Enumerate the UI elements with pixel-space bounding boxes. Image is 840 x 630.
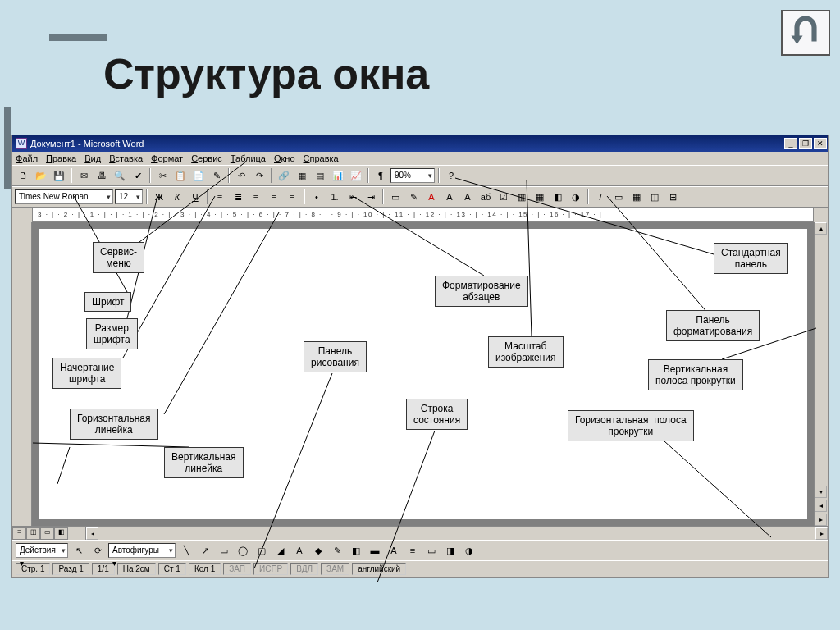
tables-icon[interactable]: ▦ — [294, 167, 310, 184]
fill-icon[interactable]: ✎ — [329, 542, 345, 559]
menu-window[interactable]: Окно — [274, 153, 295, 163]
wordart-icon[interactable]: ◢ — [272, 542, 289, 559]
mail-icon[interactable]: ✉ — [75, 167, 92, 184]
line-tool-icon[interactable]: / — [592, 189, 609, 205]
prev-page-icon[interactable]: ◂ — [815, 500, 827, 512]
shade-icon[interactable]: ◧ — [550, 189, 566, 205]
font-size-combo[interactable]: 12 — [115, 189, 143, 204]
copy-icon[interactable]: 📋 — [172, 167, 189, 184]
redo-icon[interactable]: ↷ — [251, 167, 267, 184]
horizontal-scrollbar[interactable]: ≡ ◫ ▭ ◧ ◂ ▸ — [12, 526, 828, 540]
vertical-ruler[interactable] — [12, 222, 32, 526]
font-combo[interactable]: Times New Roman — [15, 189, 113, 204]
line-icon[interactable]: ╲ — [178, 542, 194, 559]
text-icon[interactable]: A — [291, 542, 308, 559]
rotate-icon[interactable]: ⟳ — [89, 542, 106, 559]
save-icon[interactable]: 💾 — [51, 167, 67, 184]
preview-icon[interactable]: 🔍 — [112, 167, 128, 184]
show-marks-icon[interactable]: ¶ — [372, 167, 389, 184]
oval-icon[interactable]: ◯ — [235, 542, 251, 559]
arrow-style-icon[interactable]: ▭ — [423, 542, 440, 559]
table-insert-icon[interactable]: ▦ — [532, 189, 548, 205]
numbering-icon[interactable]: 1. — [326, 189, 343, 205]
next-page-icon[interactable]: ▸ — [815, 514, 827, 526]
menu-insert[interactable]: Вставка — [109, 153, 143, 163]
menu-file[interactable]: Файл — [16, 153, 38, 163]
clipart-icon[interactable]: ◆ — [310, 542, 326, 559]
menu-edit[interactable]: Правка — [46, 153, 76, 163]
menu-table[interactable]: Таблица — [231, 153, 266, 163]
view-normal-icon[interactable]: ≡ — [12, 527, 26, 540]
underline-button[interactable]: Ч — [187, 189, 203, 205]
spell-icon[interactable]: ✔ — [130, 167, 146, 184]
scroll-left-icon[interactable]: ◂ — [86, 527, 98, 540]
undo-icon[interactable]: ↶ — [233, 167, 249, 184]
split-icon[interactable]: ◫ — [646, 189, 663, 205]
font-color2-icon[interactable]: A — [386, 542, 402, 559]
bold-button[interactable]: Ж — [151, 189, 167, 205]
dash-icon[interactable]: ≡ — [404, 542, 421, 559]
draw-actions[interactable]: Действия ▾ — [16, 543, 68, 558]
scroll-right-icon[interactable]: ▸ — [815, 527, 828, 540]
align-left-icon[interactable]: ≡ — [212, 189, 228, 205]
shadow-icon[interactable]: ◨ — [442, 542, 459, 559]
check-icon[interactable]: ☑ — [495, 189, 512, 205]
insert-table-icon[interactable]: ▤ — [312, 167, 328, 184]
grow-font-icon[interactable]: A — [441, 189, 458, 205]
menu-help[interactable]: Справка — [304, 153, 339, 163]
align-justify-icon[interactable]: ≡ — [266, 189, 282, 205]
menu-format[interactable]: Формат — [151, 153, 183, 163]
grid-tool-icon[interactable]: ▦ — [628, 189, 645, 205]
lang-icon[interactable]: aб — [477, 189, 494, 205]
scroll-down-icon[interactable]: ▾ — [815, 486, 827, 498]
help-icon[interactable]: ? — [443, 167, 459, 184]
textbox-icon[interactable]: ▢ — [253, 542, 270, 559]
rect-tool-icon[interactable]: ▭ — [610, 189, 627, 205]
rect-icon[interactable]: ▭ — [216, 542, 232, 559]
shrink-font-icon[interactable]: A — [459, 189, 476, 205]
font-color-icon[interactable]: A — [423, 189, 440, 205]
align-right-icon[interactable]: ≡ — [248, 189, 264, 205]
zoom-combo[interactable]: 90% — [390, 168, 435, 183]
status-trk: ИСПР — [253, 563, 288, 575]
contrast-icon[interactable]: ◑ — [568, 189, 584, 205]
align-center-icon[interactable]: ≣ — [230, 189, 246, 205]
return-button[interactable] — [781, 10, 830, 56]
line-color-icon[interactable]: ◧ — [348, 542, 364, 559]
columns-icon[interactable]: 📈 — [348, 167, 364, 184]
3d-icon[interactable]: ◑ — [461, 542, 477, 559]
highlight-icon[interactable]: ✎ — [405, 189, 422, 205]
new-icon[interactable]: 🗋 — [15, 167, 31, 184]
table-draw-icon[interactable]: ▥ — [514, 189, 530, 205]
select-arrow-icon[interactable]: ↖ — [71, 542, 87, 559]
align-distribute-icon[interactable]: ≡ — [284, 189, 300, 205]
status-rec: ЗАП — [223, 563, 251, 575]
menu-view[interactable]: Вид — [84, 153, 101, 163]
indent-icon[interactable]: ⇥ — [363, 189, 379, 205]
minimize-button[interactable]: _ — [784, 138, 797, 149]
hyperlink-icon[interactable]: 🔗 — [276, 167, 292, 184]
view-print-icon[interactable]: ▭ — [40, 527, 54, 540]
cut-icon[interactable]: ✂ — [154, 167, 171, 184]
autoshapes-combo[interactable]: Автофигуры ▾ — [108, 543, 176, 558]
horizontal-ruler[interactable]: 3 · | · 2 · | · 1 · | · | · 1 · | · 2 · … — [32, 208, 814, 222]
close-button[interactable]: ✕ — [814, 138, 827, 149]
paste-icon[interactable]: 📄 — [190, 167, 207, 184]
bullets-icon[interactable]: • — [308, 189, 325, 205]
maximize-button[interactable]: ❐ — [799, 138, 812, 149]
vertical-scrollbar[interactable]: ▴ ▾ ◂ ▸ — [814, 222, 828, 526]
format-painter-icon[interactable]: ✎ — [208, 167, 225, 184]
lock-icon[interactable]: ⊞ — [664, 189, 681, 205]
outdent-icon[interactable]: ⇤ — [345, 189, 361, 205]
border-icon[interactable]: ▭ — [387, 189, 404, 205]
italic-button[interactable]: К — [169, 189, 185, 205]
view-web-icon[interactable]: ◫ — [26, 527, 40, 540]
scroll-up-icon[interactable]: ▴ — [815, 222, 827, 235]
arrow-icon[interactable]: ↗ — [197, 542, 213, 559]
open-icon[interactable]: 📂 — [33, 167, 49, 184]
print-icon[interactable]: 🖶 — [94, 167, 110, 184]
excel-icon[interactable]: 📊 — [330, 167, 346, 184]
line-weight-icon[interactable]: ▬ — [367, 542, 383, 559]
menu-tools[interactable]: Сервис — [191, 153, 222, 163]
view-outline-icon[interactable]: ◧ — [54, 527, 68, 540]
